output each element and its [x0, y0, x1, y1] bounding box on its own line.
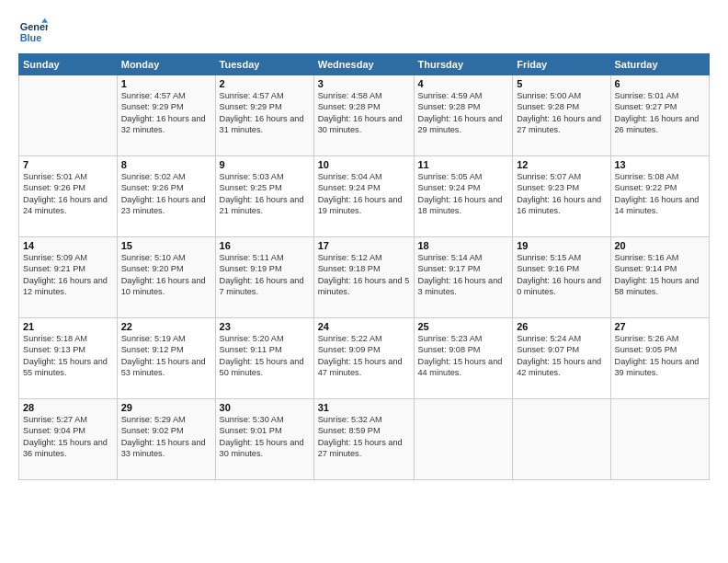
day-cell: 14Sunrise: 5:09 AMSunset: 9:21 PMDayligh…	[19, 237, 118, 318]
day-number: 11	[418, 159, 509, 170]
day-cell: 12Sunrise: 5:07 AMSunset: 9:23 PMDayligh…	[513, 156, 610, 237]
day-number: 13	[615, 159, 706, 170]
day-info: Sunrise: 5:20 AMSunset: 9:11 PMDaylight:…	[220, 333, 310, 379]
day-number: 23	[220, 321, 310, 332]
svg-text:General: General	[20, 21, 48, 32]
day-info: Sunrise: 5:27 AMSunset: 9:04 PMDaylight:…	[23, 414, 113, 460]
svg-marker-2	[41, 18, 48, 23]
day-cell	[414, 399, 513, 480]
col-header-monday: Monday	[117, 54, 215, 75]
day-cell: 3Sunrise: 4:58 AMSunset: 9:28 PMDaylight…	[313, 75, 414, 156]
day-cell: 30Sunrise: 5:30 AMSunset: 9:01 PMDayligh…	[215, 399, 313, 480]
day-info: Sunrise: 5:23 AMSunset: 9:08 PMDaylight:…	[418, 333, 509, 379]
day-number: 27	[615, 321, 706, 332]
day-cell: 13Sunrise: 5:08 AMSunset: 9:22 PMDayligh…	[610, 156, 710, 237]
day-info: Sunrise: 5:24 AMSunset: 9:07 PMDaylight:…	[517, 333, 606, 379]
day-cell: 2Sunrise: 4:57 AMSunset: 9:29 PMDaylight…	[215, 75, 313, 156]
week-row-3: 14Sunrise: 5:09 AMSunset: 9:21 PMDayligh…	[19, 237, 710, 318]
day-info: Sunrise: 5:04 AMSunset: 9:24 PMDaylight:…	[318, 171, 410, 217]
day-cell: 10Sunrise: 5:04 AMSunset: 9:24 PMDayligh…	[313, 156, 414, 237]
week-row-1: 1Sunrise: 4:57 AMSunset: 9:29 PMDaylight…	[19, 75, 710, 156]
day-cell: 27Sunrise: 5:26 AMSunset: 9:05 PMDayligh…	[610, 318, 710, 399]
col-header-sunday: Sunday	[19, 54, 118, 75]
day-info: Sunrise: 5:22 AMSunset: 9:09 PMDaylight:…	[318, 333, 410, 379]
day-info: Sunrise: 5:02 AMSunset: 9:26 PMDaylight:…	[121, 171, 211, 217]
day-info: Sunrise: 5:01 AMSunset: 9:26 PMDaylight:…	[23, 171, 113, 217]
day-number: 24	[318, 321, 410, 332]
logo-icon: General Blue	[18, 17, 48, 46]
day-cell: 31Sunrise: 5:32 AMSunset: 8:59 PMDayligh…	[313, 399, 414, 480]
calendar-table: SundayMondayTuesdayWednesdayThursdayFrid…	[18, 53, 710, 480]
day-cell: 4Sunrise: 4:59 AMSunset: 9:28 PMDaylight…	[414, 75, 513, 156]
day-number: 22	[121, 321, 211, 332]
day-info: Sunrise: 5:12 AMSunset: 9:18 PMDaylight:…	[318, 252, 410, 298]
day-cell: 7Sunrise: 5:01 AMSunset: 9:26 PMDaylight…	[19, 156, 118, 237]
day-info: Sunrise: 5:07 AMSunset: 9:23 PMDaylight:…	[517, 171, 606, 217]
day-cell: 8Sunrise: 5:02 AMSunset: 9:26 PMDaylight…	[117, 156, 215, 237]
day-info: Sunrise: 5:10 AMSunset: 9:20 PMDaylight:…	[121, 252, 211, 298]
day-cell: 23Sunrise: 5:20 AMSunset: 9:11 PMDayligh…	[215, 318, 313, 399]
day-number: 10	[318, 159, 410, 170]
day-cell: 24Sunrise: 5:22 AMSunset: 9:09 PMDayligh…	[313, 318, 414, 399]
day-cell: 15Sunrise: 5:10 AMSunset: 9:20 PMDayligh…	[117, 237, 215, 318]
day-number: 18	[418, 240, 509, 251]
day-info: Sunrise: 4:58 AMSunset: 9:28 PMDaylight:…	[318, 90, 410, 136]
day-number: 16	[220, 240, 310, 251]
day-number: 31	[318, 402, 410, 413]
day-number: 12	[517, 159, 606, 170]
day-info: Sunrise: 5:26 AMSunset: 9:05 PMDaylight:…	[615, 333, 706, 379]
svg-text:Blue: Blue	[20, 32, 42, 43]
day-cell: 1Sunrise: 4:57 AMSunset: 9:29 PMDaylight…	[117, 75, 215, 156]
day-cell: 25Sunrise: 5:23 AMSunset: 9:08 PMDayligh…	[414, 318, 513, 399]
day-info: Sunrise: 5:32 AMSunset: 8:59 PMDaylight:…	[318, 414, 410, 460]
day-cell: 21Sunrise: 5:18 AMSunset: 9:13 PMDayligh…	[19, 318, 118, 399]
day-info: Sunrise: 5:30 AMSunset: 9:01 PMDaylight:…	[220, 414, 310, 460]
day-number: 1	[121, 78, 211, 89]
day-cell: 20Sunrise: 5:16 AMSunset: 9:14 PMDayligh…	[610, 237, 710, 318]
calendar-header-row: SundayMondayTuesdayWednesdayThursdayFrid…	[19, 54, 710, 75]
day-info: Sunrise: 5:05 AMSunset: 9:24 PMDaylight:…	[418, 171, 509, 217]
col-header-friday: Friday	[513, 54, 610, 75]
day-info: Sunrise: 4:59 AMSunset: 9:28 PMDaylight:…	[418, 90, 509, 136]
day-number: 25	[418, 321, 509, 332]
day-info: Sunrise: 5:01 AMSunset: 9:27 PMDaylight:…	[615, 90, 706, 136]
day-number: 3	[318, 78, 410, 89]
day-number: 21	[23, 321, 113, 332]
col-header-saturday: Saturday	[610, 54, 710, 75]
day-number: 14	[23, 240, 113, 251]
day-info: Sunrise: 5:11 AMSunset: 9:19 PMDaylight:…	[220, 252, 310, 298]
day-number: 8	[121, 159, 211, 170]
day-number: 15	[121, 240, 211, 251]
col-header-tuesday: Tuesday	[215, 54, 313, 75]
col-header-wednesday: Wednesday	[313, 54, 414, 75]
day-number: 28	[23, 402, 113, 413]
day-number: 29	[121, 402, 211, 413]
day-cell: 26Sunrise: 5:24 AMSunset: 9:07 PMDayligh…	[513, 318, 610, 399]
day-info: Sunrise: 5:15 AMSunset: 9:16 PMDaylight:…	[517, 252, 606, 298]
day-info: Sunrise: 5:09 AMSunset: 9:21 PMDaylight:…	[23, 252, 113, 298]
day-number: 7	[23, 159, 113, 170]
day-number: 19	[517, 240, 606, 251]
day-number: 2	[220, 78, 310, 89]
logo: General Blue	[18, 17, 51, 46]
week-row-5: 28Sunrise: 5:27 AMSunset: 9:04 PMDayligh…	[19, 399, 710, 480]
day-cell	[610, 399, 710, 480]
day-info: Sunrise: 5:16 AMSunset: 9:14 PMDaylight:…	[615, 252, 706, 298]
day-cell: 16Sunrise: 5:11 AMSunset: 9:19 PMDayligh…	[215, 237, 313, 318]
day-info: Sunrise: 5:18 AMSunset: 9:13 PMDaylight:…	[23, 333, 113, 379]
day-number: 26	[517, 321, 606, 332]
day-number: 30	[220, 402, 310, 413]
day-cell: 5Sunrise: 5:00 AMSunset: 9:28 PMDaylight…	[513, 75, 610, 156]
day-cell: 29Sunrise: 5:29 AMSunset: 9:02 PMDayligh…	[117, 399, 215, 480]
day-info: Sunrise: 5:19 AMSunset: 9:12 PMDaylight:…	[121, 333, 211, 379]
day-number: 17	[318, 240, 410, 251]
day-cell: 28Sunrise: 5:27 AMSunset: 9:04 PMDayligh…	[19, 399, 118, 480]
day-cell: 11Sunrise: 5:05 AMSunset: 9:24 PMDayligh…	[414, 156, 513, 237]
day-info: Sunrise: 5:08 AMSunset: 9:22 PMDaylight:…	[615, 171, 706, 217]
day-cell: 18Sunrise: 5:14 AMSunset: 9:17 PMDayligh…	[414, 237, 513, 318]
day-number: 5	[517, 78, 606, 89]
day-cell: 9Sunrise: 5:03 AMSunset: 9:25 PMDaylight…	[215, 156, 313, 237]
page-header: General Blue	[18, 17, 710, 46]
day-info: Sunrise: 5:29 AMSunset: 9:02 PMDaylight:…	[121, 414, 211, 460]
day-number: 20	[615, 240, 706, 251]
